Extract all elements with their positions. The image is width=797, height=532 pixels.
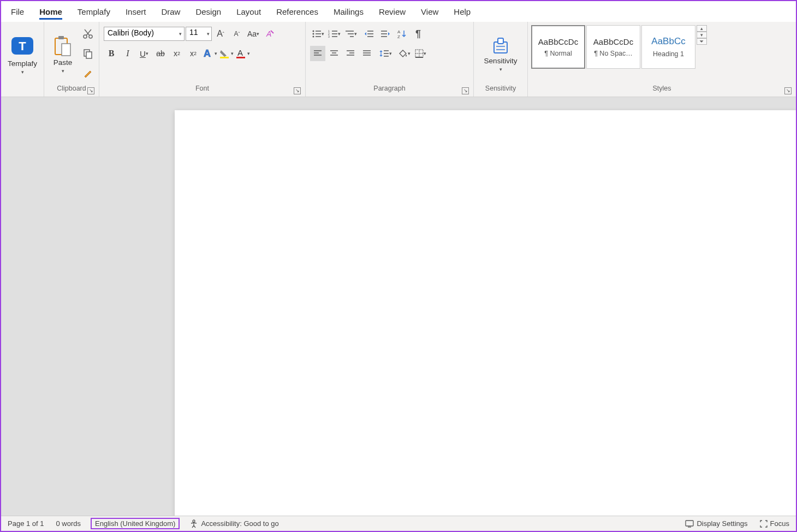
group-templafy: T Templafy ▾	[1, 22, 44, 97]
group-clipboard: Paste ▾ Clipboard ↘	[44, 22, 99, 97]
styles-scroll-down[interactable]: ▾	[697, 32, 707, 38]
grow-font-button[interactable]: Aˆ	[213, 26, 228, 41]
style-heading-1[interactable]: AaBbCc Heading 1	[641, 25, 695, 69]
decrease-indent-button[interactable]	[361, 26, 377, 41]
style-no-spacing[interactable]: AaBbCcDc ¶ No Spac…	[586, 25, 640, 69]
clipboard-dialog-launcher[interactable]: ↘	[87, 87, 94, 94]
tab-design[interactable]: Design	[188, 4, 229, 20]
sort-icon: AZ	[397, 29, 407, 39]
text-effects-icon: A	[203, 48, 215, 59]
svg-point-62	[193, 520, 195, 522]
shading-button[interactable]: ▾	[396, 46, 412, 61]
style-normal[interactable]: AaBbCcDc ¶ Normal	[531, 25, 585, 69]
copy-button[interactable]	[80, 46, 96, 61]
styles-scroll-up[interactable]: ▴	[697, 25, 707, 32]
increase-indent-button[interactable]	[378, 26, 393, 41]
change-case-button[interactable]: Aa▾	[246, 26, 261, 41]
paint-bucket-icon	[398, 49, 408, 58]
highlight-button[interactable]: ▾	[218, 46, 234, 61]
paste-button[interactable]: Paste ▾	[47, 24, 78, 85]
format-painter-button[interactable]	[80, 65, 96, 81]
status-display-settings[interactable]: Display Settings	[683, 518, 750, 529]
editor-area[interactable]	[1, 97, 796, 516]
svg-point-16	[312, 31, 314, 32]
bold-button[interactable]: B	[104, 46, 119, 61]
paste-label: Paste	[53, 58, 73, 67]
clear-formatting-button[interactable]: A	[262, 26, 277, 41]
cut-button[interactable]	[80, 26, 96, 41]
status-words[interactable]: 0 words	[54, 518, 84, 529]
font-dialog-launcher[interactable]: ↘	[294, 87, 301, 94]
font-color-button[interactable]: A▾	[235, 46, 250, 61]
subscript-button[interactable]: x2	[169, 46, 185, 61]
outdent-icon	[364, 29, 374, 38]
tab-review[interactable]: Review	[371, 4, 413, 20]
justify-button[interactable]	[359, 46, 374, 61]
align-center-icon	[330, 50, 338, 57]
multilevel-icon	[344, 29, 354, 38]
sort-button[interactable]: AZ	[394, 26, 409, 41]
show-hide-button[interactable]: ¶	[411, 26, 426, 41]
brush-icon	[82, 68, 93, 79]
tab-file[interactable]: File	[3, 4, 32, 20]
tab-home[interactable]: Home	[32, 4, 70, 20]
style-preview-text: AaBbCcDc	[538, 37, 578, 46]
justify-icon	[362, 50, 371, 57]
tab-draw[interactable]: Draw	[153, 4, 188, 20]
svg-text:A: A	[397, 29, 401, 34]
svg-text:A: A	[204, 48, 211, 59]
display-icon	[685, 520, 694, 528]
eraser-a-icon: A	[264, 28, 275, 39]
align-left-icon	[313, 50, 322, 57]
status-language[interactable]: English (United Kingdom)	[91, 518, 180, 529]
svg-rect-59	[498, 38, 503, 44]
line-spacing-button[interactable]: ▾	[378, 46, 393, 61]
strikethrough-button[interactable]: ab	[153, 46, 168, 61]
sensitivity-icon	[491, 37, 510, 55]
styles-expand[interactable]: ⏷	[697, 38, 707, 45]
chevron-down-icon: ▾	[499, 67, 502, 72]
document-page[interactable]	[175, 110, 796, 516]
font-name-combo[interactable]: Calibri (Body)▾	[104, 27, 185, 41]
underline-button[interactable]: U▾	[136, 46, 152, 61]
style-name-label: Heading 1	[653, 50, 684, 58]
templafy-button[interactable]: T Templafy ▾	[4, 24, 40, 85]
align-right-button[interactable]	[343, 46, 358, 61]
status-focus[interactable]: Focus	[758, 518, 792, 529]
styles-dialog-launcher[interactable]: ↘	[784, 87, 792, 94]
numbering-icon: 123	[328, 29, 338, 38]
tab-layout[interactable]: Layout	[229, 4, 269, 20]
shrink-font-button[interactable]: Aˇ	[229, 26, 245, 41]
menu-bar: File Home Templafy Insert Draw Design La…	[1, 1, 796, 22]
font-size-combo[interactable]: 11▾	[186, 27, 212, 41]
superscript-button[interactable]: x2	[186, 46, 201, 61]
tab-view[interactable]: View	[413, 4, 446, 20]
group-label-clipboard: Clipboard ↘	[47, 85, 96, 95]
templafy-label: Templafy	[8, 59, 37, 68]
style-name-label: ¶ Normal	[544, 50, 572, 57]
multilevel-list-button[interactable]: ▾	[343, 26, 358, 41]
italic-button[interactable]: I	[120, 46, 135, 61]
group-label-paragraph: Paragraph ↘	[309, 85, 470, 95]
align-left-button[interactable]	[310, 46, 325, 61]
bullets-button[interactable]: ▾	[310, 26, 325, 41]
align-right-icon	[346, 50, 355, 57]
sensitivity-button[interactable]: Sensitivity ▾	[477, 24, 524, 85]
svg-text:Z: Z	[397, 34, 400, 39]
tab-references[interactable]: References	[269, 4, 326, 20]
ribbon: T Templafy ▾ Paste ▾ Clipboard ↘	[1, 22, 796, 97]
numbering-button[interactable]: 123▾	[326, 26, 342, 41]
borders-button[interactable]: ▾	[413, 46, 428, 61]
chevron-down-icon: ▾	[21, 69, 24, 75]
status-accessibility[interactable]: Accessibility: Good to go	[187, 518, 281, 529]
paragraph-dialog-launcher[interactable]: ↘	[462, 87, 469, 94]
tab-help[interactable]: Help	[446, 4, 478, 20]
text-effects-button[interactable]: A▾	[202, 46, 217, 61]
align-center-button[interactable]	[326, 46, 342, 61]
templafy-icon: T	[10, 34, 34, 58]
style-preview-text: AaBbCc	[651, 36, 685, 47]
tab-mailings[interactable]: Mailings	[326, 4, 371, 20]
tab-insert[interactable]: Insert	[118, 4, 154, 20]
status-page[interactable]: Page 1 of 1	[5, 518, 46, 529]
tab-templafy[interactable]: Templafy	[70, 4, 118, 20]
